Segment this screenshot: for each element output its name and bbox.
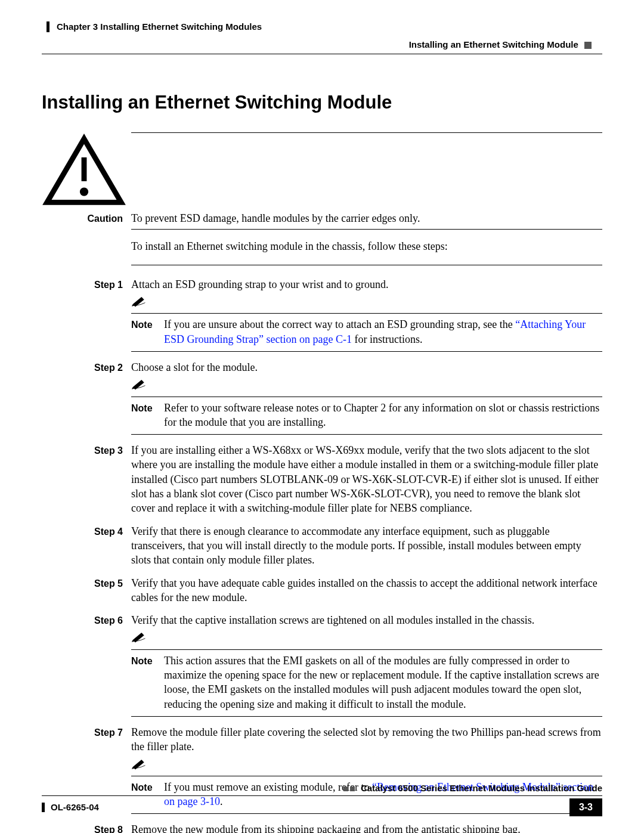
- step-3: Step 3If you are installing either a WS-…: [42, 443, 602, 515]
- step-label: Step 3: [42, 443, 131, 457]
- step-label: Step 7: [42, 725, 131, 739]
- header-rule: [42, 54, 602, 54]
- note-label: Note: [131, 317, 164, 332]
- footer-guide-title: Catalyst 6500 Series Ethernet Modules In…: [361, 783, 602, 793]
- step-text: If you are installing either a WS-X68xx …: [131, 443, 602, 515]
- footer-square-icon: [343, 786, 355, 791]
- page-footer: Catalyst 6500 Series Ethernet Modules In…: [42, 782, 602, 816]
- note-pen-icon: [131, 380, 147, 392]
- step-label: Step 4: [42, 524, 131, 538]
- step-1: Step 1Attach an ESD grounding strap to y…: [42, 277, 602, 352]
- running-header-top: Chapter 3 Installing Ethernet Switching …: [47, 21, 602, 33]
- note-pen-icon: [131, 760, 147, 772]
- svg-point-1: [80, 188, 88, 196]
- caution-icon-cell: [42, 132, 131, 211]
- page: Chapter 3 Installing Ethernet Switching …: [0, 0, 644, 833]
- step-text: Verify that there is enough clearance to…: [131, 524, 602, 568]
- steps-list: Step 1Attach an ESD grounding strap to y…: [42, 277, 602, 833]
- note-text: This action assures that the EMI gaskets…: [164, 654, 602, 711]
- section-label: Installing an Ethernet Switching Module: [409, 39, 578, 49]
- header-square-icon: [584, 42, 592, 49]
- footer-vertical-bar-icon: [42, 803, 45, 812]
- step-text: Remove the new module from its shipping …: [131, 822, 602, 833]
- note-text: Refer to your software release notes or …: [164, 401, 602, 430]
- caution-text: To prevent ESD damage, handle modules by…: [131, 211, 602, 225]
- step-label: Step 8: [42, 822, 131, 833]
- note-text-pre: Refer to your software release notes or …: [164, 402, 599, 428]
- step-text: Verify that you have adequate cable guid…: [131, 576, 602, 605]
- footer-doc-id: OL-6265-04: [51, 801, 99, 813]
- header-vertical-bar-icon: [47, 21, 49, 32]
- page-title: Installing an Ethernet Switching Module: [42, 90, 602, 115]
- note-text-pre: This action assures that the EMI gaskets…: [164, 655, 599, 710]
- step-text: Verify that the captive installation scr…: [131, 613, 602, 627]
- step-2: Step 2Choose a slot for the module.NoteR…: [42, 360, 602, 435]
- note-text-post: for instructions.: [352, 333, 423, 345]
- intro-row: To install an Ethernet switching module …: [42, 239, 602, 253]
- caution-block: [42, 132, 602, 211]
- step-label: Step 6: [42, 613, 131, 627]
- note-pen-icon: [131, 633, 147, 645]
- step-label: Step 2: [42, 360, 131, 374]
- step-text: Choose a slot for the module.: [131, 360, 602, 374]
- chapter-label: Chapter 3 Installing Ethernet Switching …: [57, 21, 262, 33]
- note-text: If you are unsure about the correct way …: [164, 317, 602, 346]
- page-number-badge: 3-3: [569, 798, 602, 816]
- step-label: Step 1: [42, 277, 131, 292]
- step-5: Step 5Verify that you have adequate cabl…: [42, 576, 602, 605]
- caution-triangle-icon: [42, 200, 126, 210]
- step-label: Step 5: [42, 576, 131, 590]
- note-label: Note: [131, 401, 164, 415]
- step-4: Step 4Verify that there is enough cleara…: [42, 524, 602, 568]
- step-6: Step 6Verify that the captive installati…: [42, 613, 602, 717]
- note-pen-icon: [131, 298, 147, 309]
- step-8: Step 8Remove the new module from its shi…: [42, 822, 602, 833]
- note-text-pre: If you are unsure about the correct way …: [164, 318, 515, 330]
- step-text: Remove the module filler plate covering …: [131, 725, 602, 754]
- running-header-section: Installing an Ethernet Switching Module: [42, 39, 602, 51]
- caution-row: Caution To prevent ESD damage, handle mo…: [42, 211, 602, 225]
- intro-text: To install an Ethernet switching module …: [131, 239, 602, 253]
- step-text: Attach an ESD grounding strap to your wr…: [131, 277, 602, 292]
- caution-label: Caution: [42, 211, 131, 225]
- note-label: Note: [131, 654, 164, 668]
